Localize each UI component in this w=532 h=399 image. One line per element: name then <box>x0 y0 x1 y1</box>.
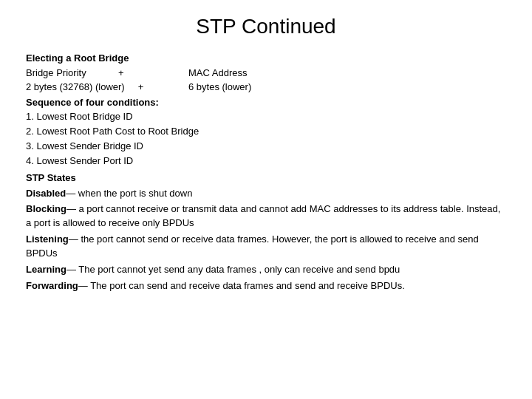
blocking-dash: — <box>66 203 76 214</box>
forwarding-text: The port can send and receive data frame… <box>88 280 405 291</box>
forwarding-label: Forwarding <box>26 280 78 291</box>
state-learning: Learning— The port cannot yet send any d… <box>26 263 506 277</box>
bridge-priority-row: Bridge Priority + 2 bytes (32768) (lower… <box>26 66 506 95</box>
sequence-item-1: 1. Lowest Root Bridge ID <box>26 110 506 124</box>
content-body: Electing a Root Bridge Bridge Priority +… <box>26 52 506 293</box>
disabled-label: Disabled <box>26 188 66 199</box>
disabled-text: when the port is shut down <box>75 188 192 199</box>
listening-text: the port cannot send or receive data fra… <box>26 233 479 259</box>
bridge-priority-left: Bridge Priority + 2 bytes (32768) (lower… <box>26 66 188 95</box>
learning-text: The port cannot yet send any data frames… <box>76 264 400 275</box>
state-forwarding: Forwarding— The port can send and receiv… <box>26 279 506 293</box>
bytes-label: 2 bytes (32768) (lower) + <box>26 81 188 95</box>
blocking-label: Blocking <box>26 203 66 214</box>
state-disabled: Disabled— when the port is shut down <box>26 187 506 201</box>
learning-label: Learning <box>26 264 66 275</box>
sequence-list: 1. Lowest Root Bridge ID 2. Lowest Root … <box>26 110 506 168</box>
learning-dash: — <box>66 264 76 275</box>
plus1: + <box>118 67 124 78</box>
electing-root-bridge-heading: Electing a Root Bridge <box>26 52 506 66</box>
page-title: STP Continued <box>26 15 506 38</box>
bridge-priority-label: Bridge Priority + <box>26 66 188 81</box>
listening-dash: — <box>69 233 78 245</box>
plus2: + <box>138 81 144 92</box>
bytes-value: 6 bytes (lower) <box>188 81 506 95</box>
mac-address-label: MAC Address <box>188 66 506 81</box>
bridge-priority-right: MAC Address 6 bytes (lower) <box>188 66 506 95</box>
sequence-item-3: 3. Lowest Sender Bridge ID <box>26 140 506 154</box>
forwarding-dash: — <box>78 280 88 291</box>
bytes-text: 2 bytes (32768) (lower) <box>26 81 125 92</box>
listening-label: Listening <box>26 233 69 245</box>
state-listening: Listening— the port cannot send or recei… <box>26 233 506 261</box>
page-container: STP Continued Electing a Root Bridge Bri… <box>0 0 532 399</box>
bridge-priority-text: Bridge Priority <box>26 67 86 78</box>
sequence-item-2: 2. Lowest Root Path Cost to Root Bridge <box>26 125 506 139</box>
state-blocking: Blocking— a port cannot receive or trans… <box>26 202 506 231</box>
sequence-item-4: 4. Lowest Sender Port ID <box>26 154 506 168</box>
stp-states-heading: STP States <box>26 171 506 185</box>
blocking-text: a port cannot receive or transmit data a… <box>26 203 500 228</box>
sequence-heading: Sequence of four conditions: <box>26 96 506 110</box>
disabled-dash: — <box>66 188 75 199</box>
